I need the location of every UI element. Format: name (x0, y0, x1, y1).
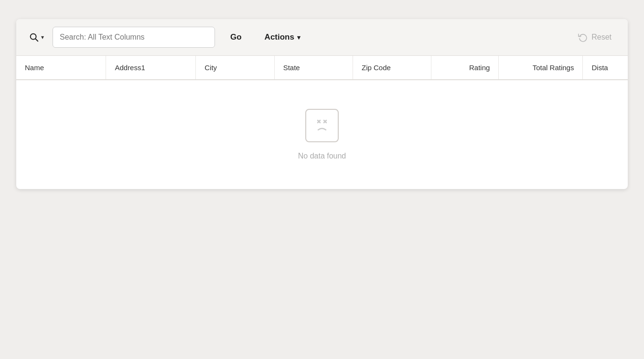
empty-state: No data found (16, 80, 628, 189)
reset-icon (578, 32, 588, 42)
col-header-distance: Dista (583, 56, 628, 80)
no-data-icon (305, 109, 339, 142)
table-container: Name Address1 City State Zip Code (16, 56, 628, 189)
search-input[interactable] (53, 27, 215, 48)
actions-label: Actions (265, 32, 294, 42)
empty-state-row: No data found (16, 80, 628, 189)
go-button[interactable]: Go (221, 27, 251, 48)
actions-chevron-icon: ▾ (297, 34, 301, 41)
col-header-name: Name (16, 56, 106, 80)
no-data-text: No data found (26, 152, 618, 160)
search-chevron-icon: ▾ (41, 34, 44, 41)
col-header-state: State (274, 56, 353, 80)
col-header-rating: Rating (431, 56, 499, 80)
reset-button[interactable]: Reset (571, 27, 618, 48)
toolbar: ▾ Go Actions ▾ Reset (16, 19, 628, 56)
page-wrapper: ▾ Go Actions ▾ Reset (0, 0, 644, 208)
search-icon (29, 32, 39, 42)
main-card: ▾ Go Actions ▾ Reset (16, 19, 628, 189)
col-header-zipcode: Zip Code (353, 56, 431, 80)
col-header-address1: Address1 (106, 56, 196, 80)
table-header: Name Address1 City State Zip Code (16, 56, 628, 80)
svg-line-1 (35, 39, 38, 41)
sad-face-svg (311, 116, 333, 135)
col-header-total-ratings: Total Ratings (499, 56, 583, 80)
col-header-city: City (196, 56, 274, 80)
empty-state-cell: No data found (16, 80, 628, 189)
data-table: Name Address1 City State Zip Code (16, 56, 628, 189)
actions-button[interactable]: Actions ▾ (257, 27, 308, 48)
search-type-trigger[interactable]: ▾ (26, 30, 47, 44)
reset-label: Reset (591, 33, 612, 42)
table-body: No data found (16, 80, 628, 189)
header-row: Name Address1 City State Zip Code (16, 56, 628, 80)
